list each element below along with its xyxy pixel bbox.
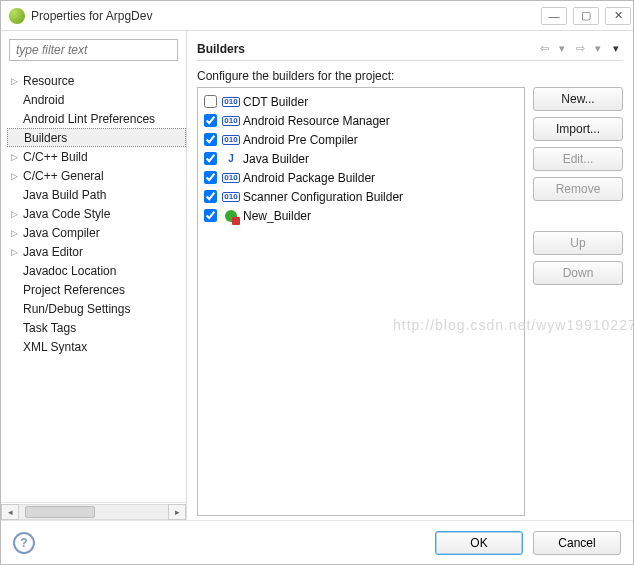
builder-name: Android Pre Compiler xyxy=(243,133,358,147)
close-button[interactable]: ✕ xyxy=(605,7,631,25)
up-button[interactable]: Up xyxy=(533,231,623,255)
ok-button[interactable]: OK xyxy=(435,531,523,555)
window-title: Properties for ArpgDev xyxy=(31,9,541,23)
builder-checkbox[interactable] xyxy=(204,114,217,127)
builder-row[interactable]: 010Android Pre Compiler xyxy=(200,130,522,149)
expand-arrow-icon[interactable]: ▷ xyxy=(11,228,23,238)
builder-checkbox[interactable] xyxy=(204,171,217,184)
expand-arrow-icon[interactable]: ▷ xyxy=(11,247,23,257)
builder-name: Android Package Builder xyxy=(243,171,375,185)
builder-row[interactable]: 010Scanner Configuration Builder xyxy=(200,187,522,206)
tree-item-label: Java Compiler xyxy=(23,226,100,240)
import-button[interactable]: Import... xyxy=(533,117,623,141)
tree-item-label: Java Build Path xyxy=(23,188,106,202)
tree-item-label: XML Syntax xyxy=(23,340,87,354)
binary-builder-icon: 010 xyxy=(223,94,239,110)
builder-name: New_Builder xyxy=(243,209,311,223)
builder-checkbox[interactable] xyxy=(204,133,217,146)
binary-builder-icon: 010 xyxy=(223,113,239,129)
builder-checkbox[interactable] xyxy=(204,152,217,165)
binary-builder-icon: 010 xyxy=(223,132,239,148)
expand-arrow-icon[interactable]: ▷ xyxy=(11,76,23,86)
tree-item[interactable]: Javadoc Location xyxy=(7,261,186,280)
tree-item-label: Project References xyxy=(23,283,125,297)
tree-item-label: C/C++ Build xyxy=(23,150,88,164)
scroll-left-button[interactable]: ◂ xyxy=(1,504,19,520)
builders-list[interactable]: 010CDT Builder010Android Resource Manage… xyxy=(197,87,525,516)
tree-item[interactable]: Task Tags xyxy=(7,318,186,337)
maximize-button[interactable]: ▢ xyxy=(573,7,599,25)
remove-button[interactable]: Remove xyxy=(533,177,623,201)
page-caption: Configure the builders for the project: xyxy=(197,69,623,83)
tree-item-label: Task Tags xyxy=(23,321,76,335)
help-button[interactable]: ? xyxy=(13,532,35,554)
filter-input[interactable] xyxy=(9,39,178,61)
expand-arrow-icon[interactable]: ▷ xyxy=(11,152,23,162)
tree-item-label: Javadoc Location xyxy=(23,264,116,278)
binary-builder-icon: 010 xyxy=(223,170,239,186)
nav-forward-icon[interactable]: ⇨ xyxy=(573,42,587,56)
builder-name: Java Builder xyxy=(243,152,309,166)
builder-checkbox[interactable] xyxy=(204,209,217,222)
tree-item[interactable]: Builders xyxy=(7,128,186,147)
builder-row[interactable]: New_Builder xyxy=(200,206,522,225)
tree-item-label: Run/Debug Settings xyxy=(23,302,130,316)
builder-row[interactable]: JJava Builder xyxy=(200,149,522,168)
tree-item[interactable]: Android Lint Preferences xyxy=(7,109,186,128)
category-tree[interactable]: ▷ResourceAndroidAndroid Lint Preferences… xyxy=(1,69,186,502)
builder-row[interactable]: 010Android Package Builder xyxy=(200,168,522,187)
tree-item[interactable]: XML Syntax xyxy=(7,337,186,356)
tree-item[interactable]: Android xyxy=(7,90,186,109)
builder-row[interactable]: 010CDT Builder xyxy=(200,92,522,111)
tree-item-label: Android Lint Preferences xyxy=(23,112,155,126)
tree-item-label: Resource xyxy=(23,74,74,88)
tree-item[interactable]: ▷Java Editor xyxy=(7,242,186,261)
forward-menu-icon[interactable]: ▾ xyxy=(591,42,605,56)
expand-arrow-icon[interactable]: ▷ xyxy=(11,209,23,219)
new-button[interactable]: New... xyxy=(533,87,623,111)
tree-item[interactable]: ▷Java Compiler xyxy=(7,223,186,242)
category-tree-panel: ▷ResourceAndroidAndroid Lint Preferences… xyxy=(1,31,187,520)
external-tool-icon xyxy=(223,208,239,224)
builder-name: Scanner Configuration Builder xyxy=(243,190,403,204)
java-builder-icon: J xyxy=(223,151,239,167)
tree-item-label: Builders xyxy=(24,131,67,145)
tree-item-label: Android xyxy=(23,93,64,107)
builder-row[interactable]: 010Android Resource Manager xyxy=(200,111,522,130)
tree-item[interactable]: ▷Java Code Style xyxy=(7,204,186,223)
nav-back-icon[interactable]: ⇦ xyxy=(537,42,551,56)
back-menu-icon[interactable]: ▾ xyxy=(555,42,569,56)
tree-item-label: C/C++ General xyxy=(23,169,104,183)
builder-name: Android Resource Manager xyxy=(243,114,390,128)
cancel-button[interactable]: Cancel xyxy=(533,531,621,555)
scroll-thumb[interactable] xyxy=(25,506,95,518)
minimize-button[interactable]: — xyxy=(541,7,567,25)
app-icon xyxy=(9,8,25,24)
expand-arrow-icon[interactable]: ▷ xyxy=(11,171,23,181)
scroll-right-button[interactable]: ▸ xyxy=(168,504,186,520)
builders-page: Builders ⇦ ▾ ⇨ ▾ ▾ Configure the builder… xyxy=(187,31,633,520)
tree-item[interactable]: Run/Debug Settings xyxy=(7,299,186,318)
tree-item[interactable]: Java Build Path xyxy=(7,185,186,204)
builder-checkbox[interactable] xyxy=(204,95,217,108)
tree-item-label: Java Code Style xyxy=(23,207,110,221)
tree-item-label: Java Editor xyxy=(23,245,83,259)
tree-horizontal-scrollbar[interactable]: ◂ ▸ xyxy=(1,502,186,520)
down-button[interactable]: Down xyxy=(533,261,623,285)
scroll-track[interactable] xyxy=(19,504,168,520)
page-menu-icon[interactable]: ▾ xyxy=(609,42,623,56)
dialog-button-bar: ? OK Cancel xyxy=(1,520,633,564)
titlebar: Properties for ArpgDev — ▢ ✕ xyxy=(1,1,633,31)
builder-name: CDT Builder xyxy=(243,95,308,109)
binary-builder-icon: 010 xyxy=(223,189,239,205)
tree-item[interactable]: ▷Resource xyxy=(7,71,186,90)
tree-item[interactable]: ▷C/C++ Build xyxy=(7,147,186,166)
page-heading: Builders xyxy=(197,42,533,56)
tree-item[interactable]: Project References xyxy=(7,280,186,299)
edit-button[interactable]: Edit... xyxy=(533,147,623,171)
tree-item[interactable]: ▷C/C++ General xyxy=(7,166,186,185)
builder-checkbox[interactable] xyxy=(204,190,217,203)
